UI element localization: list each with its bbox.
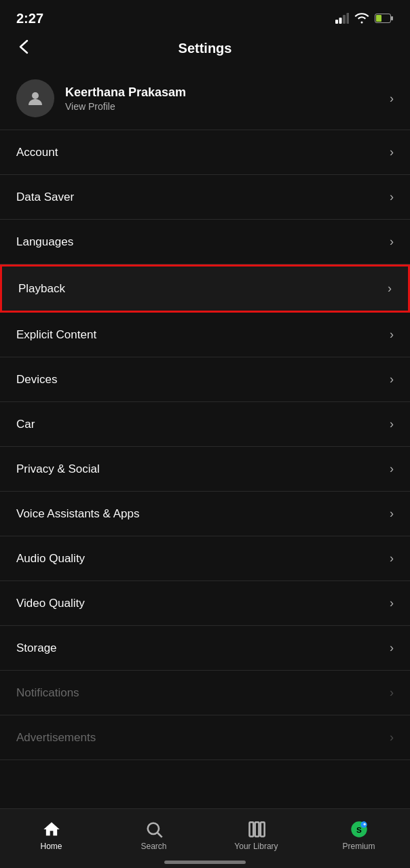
- settings-label-data-saver: Data Saver: [16, 191, 74, 204]
- svg-rect-1: [339, 18, 342, 24]
- settings-label-advertisements: Advertisements: [16, 731, 96, 745]
- chevron-icon-notifications: ›: [390, 686, 394, 700]
- settings-item-advertisements[interactable]: Advertisements›: [0, 715, 410, 760]
- settings-item-explicit-content[interactable]: Explicit Content›: [0, 313, 410, 357]
- settings-item-devices[interactable]: Devices›: [0, 357, 410, 402]
- chevron-icon-devices: ›: [390, 372, 394, 387]
- chevron-icon-playback: ›: [388, 281, 392, 296]
- settings-list: Account›Data Saver›Languages›Playback›Ex…: [0, 130, 410, 760]
- svg-point-8: [147, 823, 158, 833]
- settings-item-account[interactable]: Account›: [0, 130, 410, 175]
- nav-search[interactable]: Search: [102, 820, 205, 851]
- settings-item-storage[interactable]: Storage›: [0, 626, 410, 671]
- settings-label-explicit-content: Explicit Content: [16, 328, 96, 342]
- settings-label-notifications: Notifications: [16, 686, 79, 700]
- settings-label-playback: Playback: [18, 282, 65, 296]
- battery-icon: [375, 14, 394, 23]
- signal-icon: [335, 13, 349, 24]
- svg-rect-6: [391, 16, 393, 20]
- settings-label-video-quality: Video Quality: [16, 597, 85, 610]
- chevron-icon-advertisements: ›: [390, 730, 394, 745]
- header: Settings: [0, 33, 410, 67]
- profile-name: Keerthana Prakasam: [65, 85, 390, 100]
- chevron-icon-data-saver: ›: [390, 190, 394, 204]
- settings-item-car[interactable]: Car›: [0, 402, 410, 447]
- svg-rect-12: [260, 822, 264, 836]
- profile-row[interactable]: Keerthana Prakasam View Profile ›: [0, 67, 410, 130]
- svg-rect-10: [249, 822, 253, 836]
- nav-search-label: Search: [141, 842, 166, 851]
- nav-premium-label: Premium: [342, 842, 375, 851]
- settings-label-privacy-social: Privacy & Social: [16, 462, 100, 476]
- chevron-icon-languages: ›: [390, 235, 394, 249]
- svg-rect-0: [335, 20, 338, 24]
- nav-premium[interactable]: S Premium: [308, 820, 410, 851]
- home-indicator: [164, 861, 246, 864]
- profile-chevron: ›: [390, 92, 394, 106]
- wifi-icon: [354, 13, 369, 24]
- settings-label-devices: Devices: [16, 373, 57, 387]
- chevron-icon-audio-quality: ›: [390, 551, 394, 566]
- svg-text:S: S: [356, 825, 362, 833]
- chevron-icon-car: ›: [390, 417, 394, 431]
- settings-label-languages: Languages: [16, 235, 73, 249]
- settings-item-video-quality[interactable]: Video Quality›: [0, 581, 410, 626]
- settings-item-notifications[interactable]: Notifications›: [0, 671, 410, 715]
- svg-rect-3: [347, 13, 350, 24]
- chevron-icon-privacy-social: ›: [390, 462, 394, 476]
- nav-library[interactable]: Your Library: [205, 820, 308, 851]
- settings-item-privacy-social[interactable]: Privacy & Social›: [0, 447, 410, 492]
- settings-label-account: Account: [16, 146, 58, 159]
- svg-rect-11: [255, 822, 259, 836]
- chevron-icon-account: ›: [390, 145, 394, 159]
- nav-library-label: Your Library: [234, 842, 278, 851]
- svg-point-7: [32, 92, 39, 99]
- status-bar: 2:27: [0, 0, 410, 33]
- home-icon: [42, 820, 61, 839]
- nav-home[interactable]: Home: [0, 820, 102, 851]
- nav-home-label: Home: [40, 842, 62, 851]
- chevron-icon-storage: ›: [390, 641, 394, 655]
- settings-item-audio-quality[interactable]: Audio Quality›: [0, 536, 410, 581]
- bottom-nav: Home Search Your Library S: [0, 808, 410, 868]
- settings-item-languages[interactable]: Languages›: [0, 220, 410, 264]
- avatar: [16, 79, 54, 117]
- svg-rect-5: [376, 15, 381, 22]
- search-icon: [145, 820, 164, 839]
- chevron-icon-explicit-content: ›: [390, 328, 394, 342]
- svg-rect-2: [343, 15, 346, 24]
- profile-info: Keerthana Prakasam View Profile: [65, 85, 390, 112]
- back-button[interactable]: [16, 37, 31, 61]
- settings-label-car: Car: [16, 418, 35, 431]
- profile-sub: View Profile: [65, 101, 390, 112]
- settings-label-voice-assistants: Voice Assistants & Apps: [16, 507, 139, 521]
- premium-icon: S: [350, 820, 369, 839]
- library-icon: [247, 820, 266, 839]
- svg-line-9: [157, 833, 162, 837]
- page-title: Settings: [179, 41, 232, 56]
- settings-label-storage: Storage: [16, 642, 57, 655]
- chevron-icon-video-quality: ›: [390, 596, 394, 610]
- chevron-icon-voice-assistants: ›: [390, 507, 394, 521]
- settings-item-playback[interactable]: Playback›: [0, 264, 410, 313]
- svg-point-18: [363, 823, 366, 825]
- status-time: 2:27: [16, 11, 43, 26]
- settings-item-voice-assistants[interactable]: Voice Assistants & Apps›: [0, 492, 410, 536]
- settings-label-audio-quality: Audio Quality: [16, 552, 85, 566]
- settings-item-data-saver[interactable]: Data Saver›: [0, 175, 410, 220]
- status-icons: [335, 13, 394, 24]
